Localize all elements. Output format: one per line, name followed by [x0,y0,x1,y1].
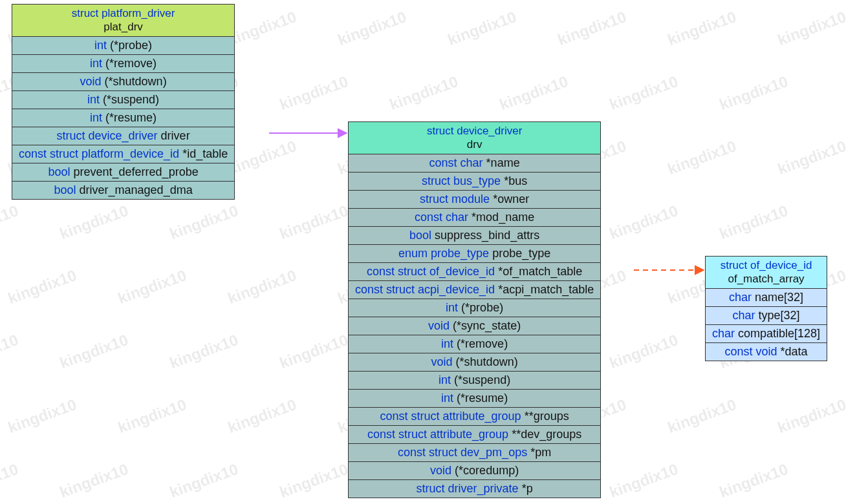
ofm-field: *data [777,345,808,358]
watermark-text: kingdix10 [58,460,131,501]
drv-field: suppress_bind_attrs [431,229,539,242]
ofm-type: char [733,309,755,322]
watermark-text: kingdix10 [116,266,190,308]
drv-field: *of_match_table [495,265,582,278]
plat-header: struct platform_driver plat_drv [12,5,235,37]
plat-field: (*probe) [107,39,152,52]
drv-type: const struct dev_pm_ops [398,446,527,459]
ofm-type: char [729,291,752,304]
drv-row: enum probe_type probe_type [349,244,601,262]
ofm-field: compatible[128] [735,327,820,340]
watermark-text: kingdix10 [446,8,519,49]
plat-type: int [90,57,102,70]
drv-field: (*sync_state) [450,319,521,332]
drv-row: void (*shutdown) [349,353,601,371]
watermark-text: kingdix10 [6,266,80,308]
plat-field: prevent_deferred_probe [71,165,199,178]
drv-type: const char [415,211,468,224]
drv-field: (*probe) [458,301,503,314]
watermark-text: kingdix10 [717,460,791,501]
watermark-text: kingdix10 [226,8,299,49]
watermark-text: kingdix10 [666,395,739,437]
drv-type: const struct of_device_id [367,265,495,278]
drv-type: struct driver_private [417,482,519,495]
drv-row: const struct attribute_group **groups [349,407,601,425]
watermark-text: kingdix10 [497,72,571,114]
drv-field: *name [483,156,520,169]
watermark-text: kingdix10 [556,8,629,49]
drv-field: (*suspend) [451,373,510,386]
drv-type: const char [429,156,483,169]
struct-device-driver: struct device_driver drv const char *nam… [348,121,601,498]
plat-field: driver_managed_dma [76,184,193,196]
ofm-type: const void [725,345,777,358]
watermark-text: kingdix10 [0,202,21,243]
drv-field: (*resume) [453,392,508,404]
plat-row: bool prevent_deferred_probe [12,163,235,181]
watermark-text: kingdix10 [0,460,21,501]
struct-of-device-id: struct of_device_id of_match_array char … [705,256,827,361]
watermark-text: kingdix10 [717,72,791,114]
watermark-text: kingdix10 [607,331,681,372]
plat-field: (*resume) [102,111,157,124]
ofm-row: const void *data [706,342,827,361]
drv-field: *bus [501,174,527,187]
drv-type: const struct acpi_device_id [355,283,495,296]
watermark-text: kingdix10 [168,460,241,501]
watermark-text: kingdix10 [226,266,299,308]
watermark-text: kingdix10 [116,395,190,437]
drv-row: const char *mod_name [349,208,601,226]
drv-type: enum probe_type [398,247,489,260]
watermark-text: kingdix10 [776,137,849,178]
watermark-text: kingdix10 [277,72,351,114]
plat-row: int (*probe) [12,36,235,54]
plat-row: const struct platform_device_id *id_tabl… [12,145,235,163]
ofm-type: char [712,327,735,340]
drv-row: void (*coredump) [349,461,601,479]
drv-field: (*remove) [453,337,508,350]
drv-row: const char *name [349,154,601,172]
watermark-text: kingdix10 [168,331,241,372]
plat-row: struct device_driver driver [12,127,235,145]
drv-row: int (*resume) [349,389,601,407]
drv-field: (*coredump) [451,464,519,477]
drv-field: probe_type [489,247,550,260]
drv-field: *owner [490,193,529,205]
drv-row: void (*sync_state) [349,317,601,335]
drv-type: void [428,319,450,332]
watermark-text: kingdix10 [607,460,681,501]
plat-type: int [87,93,100,106]
drv-type: int [441,337,453,350]
drv-row: struct module *owner [349,190,601,208]
watermark-text: kingdix10 [58,202,131,243]
plat-row: int (*resume) [12,109,235,127]
drv-type: bool [409,229,431,242]
plat-type: const struct platform_device_id [19,147,179,160]
watermark-text: kingdix10 [58,331,131,372]
plat-type: int [94,39,107,52]
drv-field: *acpi_match_table [495,283,594,296]
watermark-text: kingdix10 [277,460,351,501]
drv-field: (*shutdown) [453,355,518,368]
plat-type: bool [54,184,76,196]
ofm-row: char type[32] [706,306,827,324]
watermark-text: kingdix10 [277,202,351,243]
drv-field: *p [519,482,533,495]
drv-type: int [441,392,453,404]
drv-row: int (*suspend) [349,371,601,389]
watermark-text: kingdix10 [776,8,849,49]
ofm-row: char name[32] [706,288,827,306]
drv-row: const struct acpi_device_id *acpi_match_… [349,280,601,299]
drv-row: bool suppress_bind_attrs [349,226,601,244]
drv-type: void [431,355,453,368]
plat-row: void (*shutdown) [12,72,235,90]
watermark-text: kingdix10 [666,137,739,178]
ofm-field: type[32] [755,309,800,322]
plat-field: (*suspend) [100,93,159,106]
watermark-text: kingdix10 [277,331,351,372]
watermark-text: kingdix10 [6,395,80,437]
drv-type: void [430,464,451,477]
ofm-row: char compatible[128] [706,324,827,342]
plat-type: void [80,75,102,88]
watermark-text: kingdix10 [226,137,299,178]
